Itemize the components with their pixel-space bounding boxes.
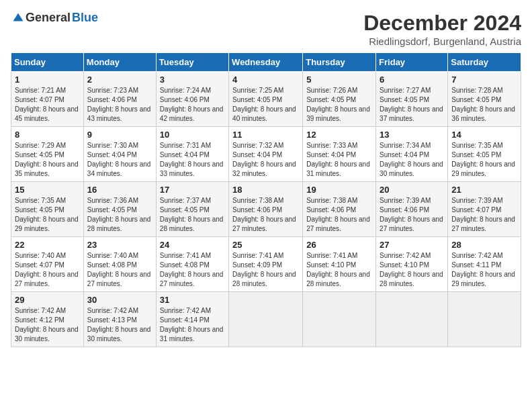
calendar-day-cell: 15 Sunrise: 7:35 AM Sunset: 4:05 PM Dayl…: [11, 182, 84, 237]
calendar-day-cell: [376, 292, 448, 347]
calendar-day-cell: 28 Sunrise: 7:42 AM Sunset: 4:11 PM Dayl…: [448, 237, 521, 292]
day-of-week-header: Saturday: [448, 53, 521, 72]
day-number: 3: [160, 75, 225, 85]
calendar-day-cell: 29 Sunrise: 7:42 AM Sunset: 4:12 PM Dayl…: [11, 292, 84, 347]
calendar-day-cell: 19 Sunrise: 7:38 AM Sunset: 4:06 PM Dayl…: [303, 182, 376, 237]
calendar-week-row: 1 Sunrise: 7:21 AM Sunset: 4:07 PM Dayli…: [11, 72, 521, 127]
day-info: Sunrise: 7:36 AM Sunset: 4:05 PM Dayligh…: [87, 196, 152, 234]
calendar-day-cell: 12 Sunrise: 7:33 AM Sunset: 4:04 PM Dayl…: [303, 127, 376, 182]
day-number: 18: [232, 185, 299, 195]
calendar-day-cell: 9 Sunrise: 7:30 AM Sunset: 4:04 PM Dayli…: [83, 127, 156, 182]
calendar-day-cell: 6 Sunrise: 7:27 AM Sunset: 4:05 PM Dayli…: [376, 72, 448, 127]
calendar-day-cell: 25 Sunrise: 7:41 AM Sunset: 4:09 PM Dayl…: [229, 237, 303, 292]
day-number: 13: [380, 130, 444, 140]
calendar-day-cell: 13 Sunrise: 7:34 AM Sunset: 4:04 PM Dayl…: [376, 127, 448, 182]
calendar-day-cell: 1 Sunrise: 7:21 AM Sunset: 4:07 PM Dayli…: [11, 72, 84, 127]
title-block: December 2024 Riedlingsdorf, Burgenland,…: [363, 11, 521, 47]
day-info: Sunrise: 7:21 AM Sunset: 4:07 PM Dayligh…: [15, 86, 80, 124]
calendar-day-cell: 23 Sunrise: 7:40 AM Sunset: 4:08 PM Dayl…: [83, 237, 156, 292]
day-info: Sunrise: 7:28 AM Sunset: 4:05 PM Dayligh…: [451, 86, 517, 124]
day-info: Sunrise: 7:41 AM Sunset: 4:09 PM Dayligh…: [232, 251, 299, 289]
day-info: Sunrise: 7:40 AM Sunset: 4:08 PM Dayligh…: [87, 251, 152, 289]
day-info: Sunrise: 7:41 AM Sunset: 4:08 PM Dayligh…: [160, 251, 225, 289]
day-number: 12: [306, 130, 372, 140]
day-info: Sunrise: 7:42 AM Sunset: 4:10 PM Dayligh…: [380, 251, 444, 289]
day-number: 2: [87, 75, 152, 85]
day-number: 8: [15, 130, 80, 140]
day-info: Sunrise: 7:30 AM Sunset: 4:04 PM Dayligh…: [87, 141, 152, 179]
day-info: Sunrise: 7:39 AM Sunset: 4:06 PM Dayligh…: [380, 196, 444, 234]
logo-blue: Blue: [72, 11, 98, 25]
calendar-day-cell: [448, 292, 521, 347]
calendar-day-cell: 24 Sunrise: 7:41 AM Sunset: 4:08 PM Dayl…: [156, 237, 228, 292]
day-info: Sunrise: 7:38 AM Sunset: 4:06 PM Dayligh…: [306, 196, 372, 234]
day-info: Sunrise: 7:42 AM Sunset: 4:13 PM Dayligh…: [87, 306, 152, 344]
calendar-day-cell: 18 Sunrise: 7:38 AM Sunset: 4:06 PM Dayl…: [229, 182, 303, 237]
day-info: Sunrise: 7:23 AM Sunset: 4:06 PM Dayligh…: [87, 86, 152, 124]
day-number: 19: [306, 185, 372, 195]
logo: General Blue: [11, 11, 98, 25]
day-info: Sunrise: 7:33 AM Sunset: 4:04 PM Dayligh…: [306, 141, 372, 179]
calendar-body: 1 Sunrise: 7:21 AM Sunset: 4:07 PM Dayli…: [11, 72, 521, 347]
day-number: 22: [15, 240, 80, 250]
calendar-day-cell: 20 Sunrise: 7:39 AM Sunset: 4:06 PM Dayl…: [376, 182, 448, 237]
day-number: 14: [451, 130, 517, 140]
day-info: Sunrise: 7:27 AM Sunset: 4:05 PM Dayligh…: [380, 86, 444, 124]
calendar-day-cell: 3 Sunrise: 7:24 AM Sunset: 4:06 PM Dayli…: [156, 72, 228, 127]
day-info: Sunrise: 7:39 AM Sunset: 4:07 PM Dayligh…: [451, 196, 517, 234]
day-number: 30: [87, 295, 152, 305]
calendar-day-cell: 21 Sunrise: 7:39 AM Sunset: 4:07 PM Dayl…: [448, 182, 521, 237]
day-of-week-header: Thursday: [303, 53, 376, 72]
calendar-week-row: 15 Sunrise: 7:35 AM Sunset: 4:05 PM Dayl…: [11, 182, 521, 237]
calendar-day-cell: 31 Sunrise: 7:42 AM Sunset: 4:14 PM Dayl…: [156, 292, 228, 347]
calendar-day-cell: 30 Sunrise: 7:42 AM Sunset: 4:13 PM Dayl…: [83, 292, 156, 347]
calendar-week-row: 8 Sunrise: 7:29 AM Sunset: 4:05 PM Dayli…: [11, 127, 521, 182]
day-number: 17: [160, 185, 225, 195]
day-number: 6: [380, 75, 444, 85]
day-of-week-header: Tuesday: [156, 53, 228, 72]
day-info: Sunrise: 7:41 AM Sunset: 4:10 PM Dayligh…: [306, 251, 372, 289]
day-number: 28: [451, 240, 517, 250]
calendar-day-cell: 11 Sunrise: 7:32 AM Sunset: 4:04 PM Dayl…: [229, 127, 303, 182]
calendar-day-cell: 27 Sunrise: 7:42 AM Sunset: 4:10 PM Dayl…: [376, 237, 448, 292]
calendar-day-cell: 26 Sunrise: 7:41 AM Sunset: 4:10 PM Dayl…: [303, 237, 376, 292]
calendar-day-cell: 16 Sunrise: 7:36 AM Sunset: 4:05 PM Dayl…: [83, 182, 156, 237]
month-title: December 2024: [363, 11, 521, 36]
day-info: Sunrise: 7:35 AM Sunset: 4:05 PM Dayligh…: [451, 141, 517, 179]
calendar-day-cell: [303, 292, 376, 347]
day-number: 7: [451, 75, 517, 85]
day-number: 27: [380, 240, 444, 250]
day-info: Sunrise: 7:42 AM Sunset: 4:14 PM Dayligh…: [160, 306, 225, 344]
day-info: Sunrise: 7:34 AM Sunset: 4:04 PM Dayligh…: [380, 141, 444, 179]
calendar-day-cell: [229, 292, 303, 347]
page-header: General Blue December 2024 Riedlingsdorf…: [11, 11, 521, 47]
calendar-day-cell: 17 Sunrise: 7:37 AM Sunset: 4:05 PM Dayl…: [156, 182, 228, 237]
day-number: 26: [306, 240, 372, 250]
day-number: 5: [306, 75, 372, 85]
day-info: Sunrise: 7:31 AM Sunset: 4:04 PM Dayligh…: [160, 141, 225, 179]
logo-general: General: [26, 11, 71, 25]
day-number: 11: [232, 130, 299, 140]
day-of-week-header: Sunday: [11, 53, 84, 72]
day-info: Sunrise: 7:37 AM Sunset: 4:05 PM Dayligh…: [160, 196, 225, 234]
day-info: Sunrise: 7:26 AM Sunset: 4:05 PM Dayligh…: [306, 86, 372, 124]
day-number: 31: [160, 295, 225, 305]
day-info: Sunrise: 7:42 AM Sunset: 4:11 PM Dayligh…: [451, 251, 517, 289]
calendar-day-cell: 22 Sunrise: 7:40 AM Sunset: 4:07 PM Dayl…: [11, 237, 84, 292]
day-info: Sunrise: 7:42 AM Sunset: 4:12 PM Dayligh…: [15, 306, 80, 344]
calendar-day-cell: 2 Sunrise: 7:23 AM Sunset: 4:06 PM Dayli…: [83, 72, 156, 127]
calendar-day-cell: 5 Sunrise: 7:26 AM Sunset: 4:05 PM Dayli…: [303, 72, 376, 127]
day-number: 16: [87, 185, 152, 195]
day-number: 9: [87, 130, 152, 140]
day-number: 1: [15, 75, 80, 85]
day-info: Sunrise: 7:29 AM Sunset: 4:05 PM Dayligh…: [15, 141, 80, 179]
day-info: Sunrise: 7:25 AM Sunset: 4:05 PM Dayligh…: [232, 86, 299, 124]
day-number: 21: [451, 185, 517, 195]
day-of-week-header: Friday: [376, 53, 448, 72]
calendar-day-cell: 4 Sunrise: 7:25 AM Sunset: 4:05 PM Dayli…: [229, 72, 303, 127]
calendar-day-cell: 10 Sunrise: 7:31 AM Sunset: 4:04 PM Dayl…: [156, 127, 228, 182]
day-number: 15: [15, 185, 80, 195]
location-title: Riedlingsdorf, Burgenland, Austria: [363, 36, 521, 47]
day-number: 24: [160, 240, 225, 250]
calendar-table: SundayMondayTuesdayWednesdayThursdayFrid…: [11, 52, 521, 347]
